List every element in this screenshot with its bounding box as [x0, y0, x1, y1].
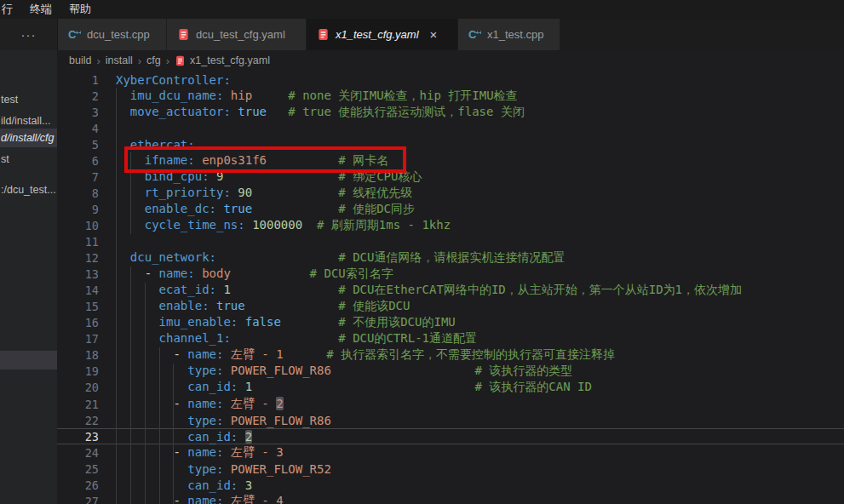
tab-label: x1_test.cpp [487, 28, 544, 41]
line-number[interactable]: 26 [57, 478, 99, 492]
line-number[interactable]: 19 [57, 364, 99, 378]
line-text: dcu_network: # DCU通信网络，请根据实机连接情况配置 [116, 250, 565, 266]
code-line[interactable]: 24 - name: 左臂 - 3 [57, 444, 844, 461]
line-number[interactable]: 23 [57, 430, 99, 444]
breadcrumb-segment[interactable]: build [69, 54, 91, 66]
line-number[interactable]: 25 [57, 462, 99, 476]
code-line[interactable]: 10 cycle_time_ns: 1000000 # 刷新周期1ms - 1k… [57, 217, 844, 233]
line-text: can_id: 3 [116, 478, 252, 492]
code-line[interactable]: 3 move_actuator: true # true 使能执行器运动测试，f… [57, 104, 844, 120]
code-token: # DCU索引名字 [231, 266, 393, 280]
code-line[interactable]: 4 [57, 120, 844, 136]
line-number[interactable]: 10 [57, 219, 99, 232]
line-number[interactable]: 16 [57, 316, 99, 329]
yaml-file-icon [177, 28, 190, 41]
code-line[interactable]: 14 ecat_id: 1 # DCU在EtherCAT网络中的ID，从主站开始… [57, 283, 844, 299]
code-line[interactable]: 17 channel_1: # DCU的CTRL-1通道配置 [57, 331, 844, 347]
line-number[interactable]: 15 [57, 300, 99, 313]
svg-text:++: ++ [75, 30, 81, 36]
cpp-file-icon: C++ [68, 28, 81, 41]
code-line[interactable]: 18 - name: 左臂 - 1 # 执行器索引名字，不需要控制的执行器可直接… [57, 347, 844, 364]
line-number[interactable]: 5 [57, 138, 99, 152]
sidebar-item[interactable]: st [0, 150, 57, 169]
line-number[interactable]: 17 [57, 332, 99, 346]
code-token: # 该执行器的类型 [331, 364, 572, 377]
line-number[interactable]: 8 [57, 186, 99, 200]
code-token: - [116, 494, 187, 504]
code-line[interactable]: 25 type: POWER_FLOW_R52 [57, 461, 844, 477]
code-token: 3 [238, 478, 252, 492]
code-line[interactable]: 20 can_id: 1 # 该执行器的CAN ID [57, 380, 844, 396]
code-editor[interactable]: 1XyberController:2 imu_dcu_name: hip # n… [57, 72, 844, 504]
chevron-right-icon: › [138, 54, 141, 67]
code-line[interactable]: 22 type: POWER_FLOW_R86 [57, 412, 844, 428]
breadcrumb-file[interactable]: x1_test_cfg.yaml [175, 54, 270, 66]
line-number[interactable]: 11 [57, 235, 99, 249]
line-number[interactable]: 24 [57, 446, 99, 460]
code-token [238, 430, 244, 444]
editor-tab[interactable]: x1_test_cfg.yaml× [307, 19, 458, 50]
sidebar-item[interactable]: d/install/cfg [0, 129, 57, 147]
vscode-window: 行终端帮助 ··· C++dcu_test.cppdcu_test_cfg.ya… [0, 0, 844, 504]
svg-text:++: ++ [475, 30, 481, 36]
line-number[interactable]: 22 [57, 414, 99, 427]
breadcrumb-segment[interactable]: cfg [146, 54, 161, 66]
code-line[interactable]: 21 - name: 左臂 - 2 [57, 396, 844, 412]
breadcrumb: build›install›cfg›x1_test_cfg.yaml [57, 50, 844, 71]
code-line[interactable]: 23 can_id: 2 [57, 428, 844, 444]
code-token: - [116, 347, 187, 361]
code-token: 左臂 - 3 [223, 445, 283, 459]
code-line[interactable]: 9 enable_dc: true # 使能DC同步 [57, 201, 844, 217]
line-text: type: POWER_FLOW_R86 [116, 414, 331, 427]
code-line[interactable]: 13 - name: body # DCU索引名字 [57, 266, 844, 283]
menu-item-帮助[interactable]: 帮助 [69, 0, 91, 19]
code-token: channel_1: [116, 331, 231, 345]
code-token: # 该执行器的CAN ID [252, 380, 592, 393]
menu-item-终端[interactable]: 终端 [30, 0, 52, 19]
line-number[interactable]: 13 [57, 267, 99, 281]
tab-label: dcu_test.cpp [87, 28, 150, 41]
line-number[interactable]: 27 [57, 495, 99, 504]
line-number[interactable]: 9 [57, 203, 99, 216]
code-token: 90 [231, 186, 252, 199]
more-actions-button[interactable]: ··· [21, 31, 37, 39]
code-line[interactable]: 1XyberController: [57, 72, 844, 88]
line-text: rt_priority: 90 # 线程优先级 [116, 186, 412, 201]
line-number[interactable]: 2 [57, 89, 99, 103]
line-number[interactable]: 4 [57, 122, 99, 135]
close-icon[interactable]: × [430, 29, 438, 41]
code-line[interactable]: 19 type: POWER_FLOW_R86 # 该执行器的类型 [57, 364, 844, 380]
line-text: XyberController: [116, 73, 231, 87]
editor-tab[interactable]: dcu_test_cfg.yaml [167, 19, 307, 50]
code-token: 1 [216, 283, 231, 296]
code-line[interactable]: 15 enable: true # 使能该DCU [57, 299, 844, 315]
code-line[interactable]: 12 dcu_network: # DCU通信网络，请根据实机连接情况配置 [57, 250, 844, 266]
code-line[interactable]: 11 [57, 234, 844, 250]
code-token: 1000000 [245, 218, 302, 232]
breadcrumb-segment[interactable]: install [106, 54, 133, 66]
line-number[interactable]: 20 [57, 381, 99, 394]
line-text: can_id: 2 [116, 430, 252, 444]
line-number[interactable]: 1 [57, 73, 99, 87]
code-line[interactable]: 26 can_id: 3 [57, 477, 844, 493]
line-number[interactable]: 14 [57, 284, 99, 297]
code-line[interactable]: 16 imu_enable: false # 不使用该DCU的IMU [57, 315, 844, 331]
code-line[interactable]: 27 - name: 左臂 - 4 [57, 493, 844, 504]
editor-tab[interactable]: C++x1_test.cpp [458, 19, 560, 50]
code-line[interactable]: 8 rt_priority: 90 # 线程优先级 [57, 185, 844, 201]
code-line[interactable]: 2 imu_dcu_name: hip # none 关闭IMU检查，hip 打… [57, 88, 844, 104]
line-number[interactable]: 21 [57, 398, 99, 411]
line-number[interactable]: 3 [57, 106, 99, 119]
editor-tab[interactable]: C++dcu_test.cpp [58, 19, 167, 50]
line-number[interactable]: 6 [57, 154, 99, 168]
annotation-highlight-box [124, 146, 406, 173]
line-number[interactable]: 12 [57, 251, 99, 265]
tabstrip-empty-area [560, 19, 844, 50]
sidebar-item[interactable]: test [0, 90, 57, 109]
code-token: true [210, 299, 245, 312]
sidebar-item[interactable]: ild/install... [0, 112, 57, 130]
sidebar-item[interactable]: :/dcu_test... [0, 180, 57, 199]
line-number[interactable]: 18 [57, 348, 99, 362]
line-number[interactable]: 7 [57, 170, 99, 184]
menu-item-行[interactable]: 行 [2, 0, 13, 19]
